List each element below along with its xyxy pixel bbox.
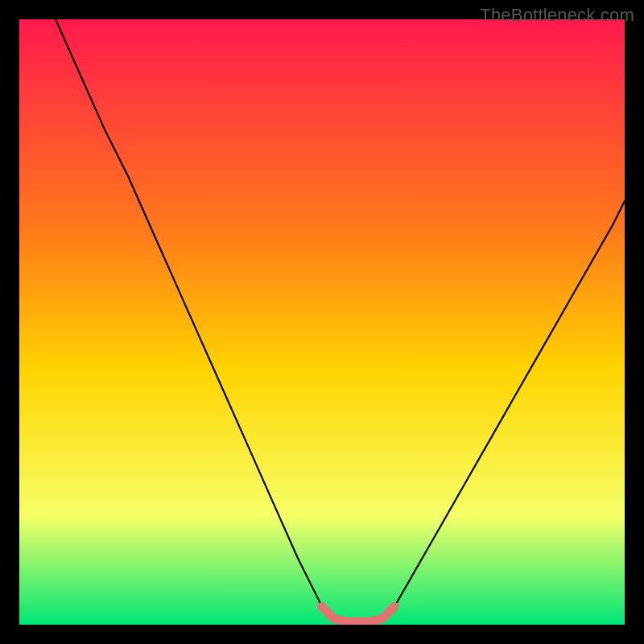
watermark-label: TheBottleneck.com <box>480 5 634 26</box>
gradient-background <box>19 19 625 625</box>
plot-area <box>19 19 625 625</box>
bottleneck-chart <box>19 19 625 625</box>
chart-frame: TheBottleneck.com <box>0 0 644 644</box>
